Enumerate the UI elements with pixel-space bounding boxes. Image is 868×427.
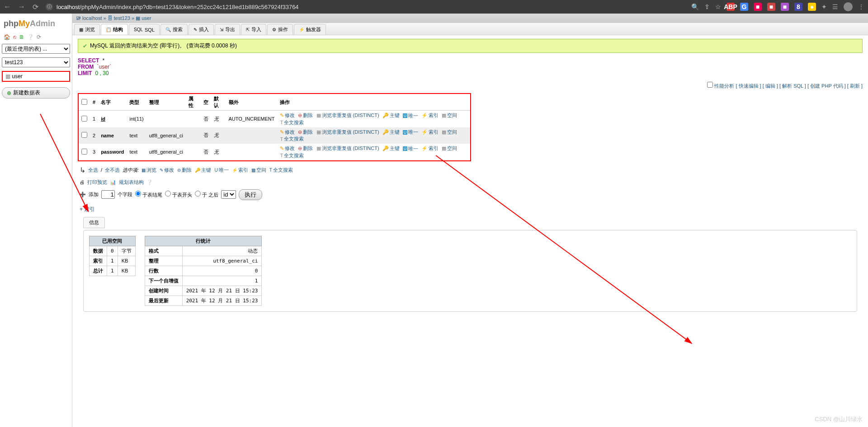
reading-list-icon[interactable]: ☰ [832,3,838,10]
index-section[interactable]: + 索引 [78,202,863,217]
forward-icon[interactable]: → [18,3,25,11]
uncheck-all-link[interactable]: 全不选 [105,167,120,174]
drop-link[interactable]: ⊖删除 [298,129,313,136]
index-link[interactable]: ⚡索引 [421,112,439,119]
unique-link[interactable]: U唯一 [403,129,419,136]
address-bar[interactable]: ⓘ localhost/phpMyAdmin/index.php?db=test… [46,3,691,10]
edit-link[interactable]: ✎修改 [280,145,295,152]
ext-icon[interactable]: ■ [754,3,762,11]
bulk-删除[interactable]: ⊖删除 [177,167,192,174]
breadcrumb-table[interactable]: user [142,15,151,21]
tab-搜索[interactable]: 🔍搜索 [160,24,188,35]
bulk-actions: ↳ 全选 / 全不选 选中项: ▦浏览 ✎修改 ⊖删除 🔑主键 U唯一 ⚡索引 … [78,163,863,177]
home-icon[interactable]: 🏠 [4,34,10,40]
menu-icon[interactable]: ⋮ [858,3,864,10]
ext-icon[interactable]: ■ [767,3,775,11]
primary-link[interactable]: 🔑主键 [382,112,400,119]
primary-link[interactable]: 🔑主键 [382,129,400,136]
tab-结构[interactable]: 📋结构 [101,24,128,35]
reload-nav-icon[interactable]: ⟳ [37,34,41,40]
row-checkbox[interactable] [81,116,87,122]
ext-icon[interactable]: ● [808,3,816,11]
sidebar-table-user[interactable]: ▦ user [2,71,70,82]
avatar-icon[interactable] [844,2,853,11]
ext-icon[interactable]: ■ [781,3,789,11]
tab-icon: ⚙ [272,27,276,32]
abp-icon[interactable]: ABP [726,3,735,11]
database-select[interactable]: test123 [2,57,70,67]
spatial-link[interactable]: ▩空间 [442,129,457,136]
tab-浏览[interactable]: ▦浏览 [74,24,100,35]
linkbar-link[interactable]: 快速编辑 [739,83,759,89]
select-all-checkbox[interactable] [81,99,87,105]
go-button[interactable]: 执行 [239,189,262,200]
add-count-input[interactable] [101,190,115,199]
row-checkbox[interactable] [81,149,87,155]
tab-SQL[interactable]: SQLSQL [129,24,160,35]
pos-start-radio[interactable] [165,191,171,197]
bulk-修改[interactable]: ✎修改 [160,167,174,174]
extensions-icon[interactable]: ✦ [821,3,827,10]
edit-link[interactable]: ✎修改 [280,112,295,119]
reload-icon[interactable]: ⟳ [33,3,38,11]
fulltext-link[interactable]: T全文搜索 [280,152,304,159]
ext-badge-icon[interactable]: 8 [794,3,802,11]
translate-icon[interactable]: G [740,3,748,11]
drop-link[interactable]: ⊖删除 [298,112,313,119]
index-link[interactable]: ⚡索引 [421,129,439,136]
back-icon[interactable]: ← [4,3,11,11]
query-icon[interactable]: 🗎 [19,34,24,40]
bulk-索引[interactable]: ⚡索引 [232,167,248,174]
breadcrumb-server[interactable]: localhost [82,15,102,21]
server-icon: 🖳 [76,15,81,21]
help-icon[interactable]: ❔ [146,179,153,185]
share-icon[interactable]: ⇪ [704,3,710,10]
after-column-select[interactable]: id [221,190,236,199]
edit-link[interactable]: ✎修改 [280,129,295,136]
column-row: 3passwordtextutf8_general_ci否无✎修改 ⊖删除 ▦浏… [78,144,471,161]
tab-操作[interactable]: ⚙操作 [267,24,293,35]
drop-link[interactable]: ⊖删除 [298,145,313,152]
bulk-唯一[interactable]: U唯一 [214,167,228,174]
tab-导出[interactable]: ⇲导出 [215,24,240,35]
row-checkbox[interactable] [81,132,87,138]
tab-触发器[interactable]: ⚡触发器 [294,24,326,35]
linkbar-link[interactable]: 刷新 [850,83,860,89]
bulk-全文搜索[interactable]: T全文搜索 [269,167,293,174]
new-table-button[interactable]: ⊕ 新建数据表 [2,87,70,99]
bulk-浏览[interactable]: ▦浏览 [142,167,156,174]
logout-icon[interactable]: ⎋ [13,34,16,40]
info-icon[interactable]: ⓘ [46,3,53,10]
column-row: 2nametextutf8_general_ci否无✎修改 ⊖删除 ▦浏览非重复… [78,127,471,144]
browse-distinct-link[interactable]: ▦浏览非重复值 (DISTINCT) [316,129,379,136]
linkbar-link[interactable]: 解析 SQL [782,83,803,89]
fulltext-link[interactable]: T全文搜索 [280,136,304,142]
breadcrumb-db[interactable]: test123 [114,15,130,21]
print-preview-link[interactable]: 打印预览 [87,179,107,186]
docs-icon[interactable]: ❔ [27,34,34,40]
spatial-link[interactable]: ▩空间 [442,112,457,119]
fulltext-link[interactable]: T全文搜索 [280,119,304,126]
linkbar-link[interactable]: 编辑 [765,83,775,89]
index-link[interactable]: ⚡索引 [421,145,439,152]
unique-link[interactable]: U唯一 [403,145,419,152]
browse-distinct-link[interactable]: ▦浏览非重复值 (DISTINCT) [316,145,379,152]
profiling-checkbox[interactable] [707,82,713,88]
linkbar-link[interactable]: 创建 PHP 代码 [810,83,843,89]
bulk-主键[interactable]: 🔑主键 [195,167,211,174]
pos-end-radio[interactable] [135,191,141,197]
info-tab[interactable]: 信息 [83,217,105,228]
bulk-空间[interactable]: ▩空间 [251,167,266,174]
search-icon[interactable]: 🔍 [691,3,699,10]
spatial-link[interactable]: ▩空间 [442,145,457,152]
pos-after-radio[interactable] [195,191,201,197]
schema-link[interactable]: 规划表结构 [119,179,144,186]
tab-导入[interactable]: ⇱导入 [241,24,266,35]
star-icon[interactable]: ☆ [715,3,721,10]
check-all-link[interactable]: 全选 [88,167,98,174]
tab-插入[interactable]: ✎插入 [189,24,214,35]
primary-link[interactable]: 🔑主键 [382,145,400,152]
recent-tables-select[interactable]: (最近使用的表) ... [2,44,70,54]
browse-distinct-link[interactable]: ▦浏览非重复值 (DISTINCT) [316,112,379,119]
unique-link[interactable]: U唯一 [403,113,419,119]
